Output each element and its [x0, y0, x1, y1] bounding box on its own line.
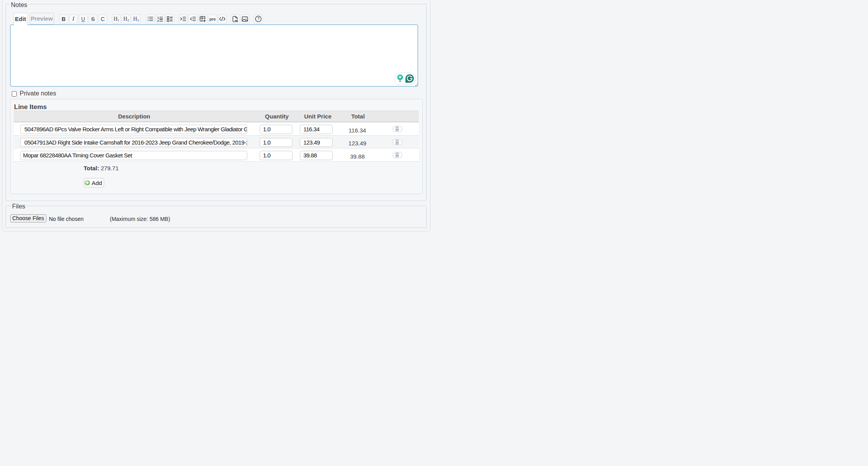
svg-text:?: ? [257, 17, 259, 21]
svg-text:2: 2 [157, 19, 159, 22]
